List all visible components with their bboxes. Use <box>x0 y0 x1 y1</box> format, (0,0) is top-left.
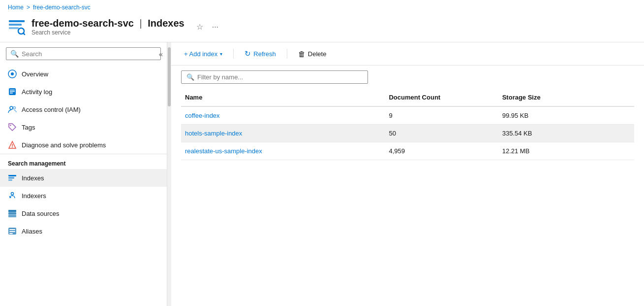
sidebar-item-overview[interactable]: Overview <box>0 65 167 83</box>
sidebar-label-data-sources: Data sources <box>22 210 60 217</box>
sidebar-label-iam: Access control (IAM) <box>22 106 81 113</box>
content-area: + Add index ▾ ↻ Refresh 🗑 Delete 🔍 <box>171 42 644 306</box>
index-name-link[interactable]: realestate-us-sample-index <box>185 147 262 155</box>
sidebar-item-tags[interactable]: Tags <box>0 118 167 136</box>
breadcrumb-home[interactable]: Home <box>8 4 24 11</box>
indexes-table: Name Document Count Storage Size coffee-… <box>181 89 634 160</box>
sidebar-label-aliases: Aliases <box>22 228 42 235</box>
filter-box[interactable]: 🔍 <box>181 70 368 84</box>
toolbar-divider-1 <box>233 49 234 59</box>
sidebar-item-indexers[interactable]: Indexers <box>0 187 167 204</box>
delete-button[interactable]: 🗑 Delete <box>295 48 330 60</box>
index-name-link[interactable]: hotels-sample-index <box>185 130 242 137</box>
filter-input[interactable] <box>197 73 363 81</box>
index-count-cell: 50 <box>385 125 498 142</box>
refresh-button[interactable]: ↻ Refresh <box>242 47 279 60</box>
svg-rect-9 <box>10 91 15 92</box>
filter-search-icon: 🔍 <box>186 73 194 81</box>
sidebar-item-indexes[interactable]: Indexes <box>0 169 167 187</box>
sidebar-item-diagnose[interactable]: Diagnose and solve problems <box>0 136 167 154</box>
toolbar-divider-2 <box>287 49 287 59</box>
overview-icon <box>8 69 17 78</box>
content-filter: 🔍 <box>171 66 644 89</box>
datasources-icon <box>8 209 17 218</box>
col-header-size: Storage Size <box>498 89 634 106</box>
sidebar-label-indexes: Indexes <box>22 174 44 182</box>
svg-point-12 <box>13 107 16 109</box>
refresh-label: Refresh <box>253 50 276 58</box>
svg-point-15 <box>12 147 13 148</box>
col-header-count: Document Count <box>385 89 498 106</box>
svg-rect-1 <box>9 24 22 26</box>
table-body: coffee-index 9 99.95 KB hotels-sample-in… <box>181 106 634 160</box>
col-header-name: Name <box>181 89 385 106</box>
svg-point-13 <box>10 125 11 126</box>
index-count-cell: 4,959 <box>385 142 498 160</box>
index-size-cell: 12.21 MB <box>498 142 634 160</box>
more-options-button[interactable]: ··· <box>210 21 220 34</box>
search-input[interactable] <box>22 50 156 58</box>
svg-rect-10 <box>10 93 13 94</box>
sidebar-item-aliases[interactable]: Aliases <box>0 222 167 240</box>
table-row[interactable]: hotels-sample-index 50 335.54 KB <box>181 125 634 142</box>
table-row[interactable]: coffee-index 9 99.95 KB <box>181 106 634 125</box>
search-management-section: Search management <box>0 154 167 169</box>
index-name-cell[interactable]: hotels-sample-index <box>181 125 385 142</box>
sidebar: 🔍 « Overview Activity log <box>0 42 167 306</box>
add-index-button[interactable]: + Add index ▾ <box>181 48 225 60</box>
svg-point-19 <box>11 193 14 195</box>
indexes-table-container: Name Document Count Storage Size coffee-… <box>171 89 644 306</box>
sidebar-label-overview: Overview <box>22 70 48 78</box>
sidebar-search-box[interactable]: 🔍 <box>6 47 161 60</box>
sidebar-label-diagnose: Diagnose and solve problems <box>22 141 106 149</box>
sidebar-nav: Overview Activity log Access control (IA… <box>0 65 167 306</box>
sidebar-item-iam[interactable]: Access control (IAM) <box>0 101 167 118</box>
sidebar-label-tags: Tags <box>22 124 35 131</box>
sidebar-item-data-sources[interactable]: Data sources <box>0 204 167 222</box>
tags-icon <box>8 123 17 132</box>
svg-rect-26 <box>9 231 15 232</box>
svg-point-11 <box>10 106 13 109</box>
breadcrumb-current[interactable]: free-demo-search-svc <box>33 4 91 11</box>
svg-rect-16 <box>8 175 16 176</box>
sidebar-scrollbar[interactable] <box>167 42 171 306</box>
iam-icon <box>8 105 17 114</box>
indexes-icon <box>8 173 17 182</box>
sidebar-search-icon: 🔍 <box>10 50 19 58</box>
page-title: free-demo-search-svc | Indexes <box>31 18 184 29</box>
svg-rect-18 <box>8 179 12 181</box>
index-name-link[interactable]: coffee-index <box>185 112 220 119</box>
svg-rect-14 <box>12 144 12 146</box>
index-count-cell: 9 <box>385 106 498 125</box>
add-index-dropdown-icon: ▾ <box>220 51 222 57</box>
svg-rect-23 <box>8 210 16 212</box>
svg-rect-8 <box>10 90 15 91</box>
activity-log-icon <box>8 87 17 96</box>
svg-rect-0 <box>9 20 25 22</box>
page-subtitle: Search service <box>31 29 184 36</box>
favorite-button[interactable]: ☆ <box>194 20 205 34</box>
index-size-cell: 99.95 KB <box>498 106 634 125</box>
svg-rect-25 <box>9 229 15 230</box>
table-header: Name Document Count Storage Size <box>181 89 634 106</box>
svg-rect-27 <box>9 233 13 234</box>
svg-point-6 <box>11 72 14 75</box>
breadcrumb-separator: > <box>27 4 30 11</box>
sidebar-collapse-button[interactable]: « <box>159 50 163 58</box>
table-row[interactable]: realestate-us-sample-index 4,959 12.21 M… <box>181 142 634 160</box>
main-layout: 🔍 « Overview Activity log <box>0 42 644 306</box>
add-index-label: + Add index <box>184 50 217 58</box>
header-title-block: free-demo-search-svc | Indexes Search se… <box>31 18 184 36</box>
content-toolbar: + Add index ▾ ↻ Refresh 🗑 Delete <box>171 42 644 66</box>
index-size-cell: 335.54 KB <box>498 125 634 142</box>
search-service-icon <box>8 18 26 36</box>
svg-rect-22 <box>8 212 16 215</box>
svg-rect-17 <box>8 177 14 179</box>
page-header: free-demo-search-svc | Indexes Search se… <box>0 15 644 42</box>
refresh-icon: ↻ <box>245 49 251 58</box>
header-actions: ☆ ··· <box>194 20 220 34</box>
svg-rect-2 <box>9 27 19 29</box>
sidebar-item-activity-log[interactable]: Activity log <box>0 83 167 101</box>
index-name-cell[interactable]: coffee-index <box>181 106 385 125</box>
index-name-cell[interactable]: realestate-us-sample-index <box>181 142 385 160</box>
